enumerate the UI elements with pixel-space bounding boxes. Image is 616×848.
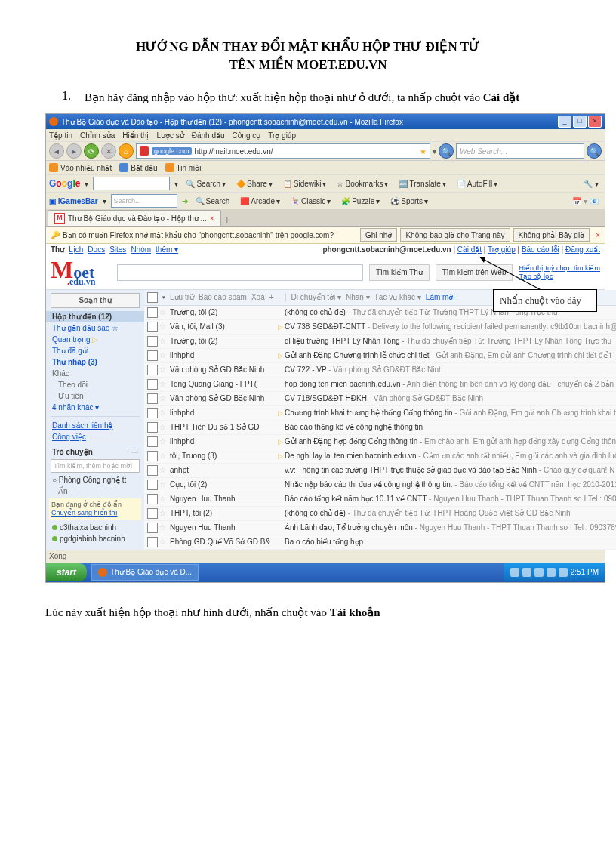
google-share-btn[interactable]: 🔶 Share ▾ — [233, 177, 276, 190]
row-checkbox[interactable] — [147, 336, 158, 347]
star-icon[interactable]: ☆ — [158, 509, 167, 517]
menu-item[interactable]: Trợ giúp — [268, 131, 296, 140]
row-checkbox[interactable] — [147, 408, 158, 418]
sidebar-priority[interactable]: Ưu tiên — [46, 390, 144, 402]
tray-icon[interactable] — [547, 568, 556, 577]
chat-hide[interactable]: Ẩn — [46, 486, 144, 497]
row-checkbox[interactable] — [147, 422, 158, 433]
go-button[interactable]: 🔍 — [439, 143, 454, 159]
menu-item[interactable]: Chỉnh sửa — [80, 131, 115, 140]
mail-row[interactable]: ☆Văn, tôi, Mail (3)▷CV 738 SGD&ĐT-CNTT -… — [144, 320, 616, 335]
sidebar-contacts[interactable]: Danh sách liên hệ — [46, 420, 144, 431]
compose-button[interactable]: Soạn thư — [51, 293, 140, 308]
star-icon[interactable]: ☆ — [158, 365, 167, 374]
create-filter[interactable]: Tạo bộ lọc — [519, 273, 553, 280]
mail-row[interactable]: ☆Tong Quang Giang - FPT(hop dong ten mie… — [144, 378, 616, 392]
mail-row[interactable]: ☆linhphd▷Chương trình khai trương hệ thố… — [144, 406, 616, 421]
chat-search-input[interactable]: Tìm kiếm, thêm hoặc mời — [51, 459, 140, 473]
star-icon[interactable]: ☆ — [158, 380, 167, 388]
menu-item[interactable]: Tệp tin — [49, 131, 72, 140]
bookmark-item[interactable]: Bắt đầu — [119, 163, 157, 172]
bookmark-item[interactable]: Tin mới — [165, 163, 202, 172]
google-settings-icon[interactable]: 🔧 ▾ — [581, 177, 602, 190]
menu-item[interactable]: Lược sử — [156, 131, 183, 140]
delete-button[interactable]: Xoá — [251, 293, 265, 301]
home-button[interactable]: ⌂ — [119, 143, 134, 159]
row-checkbox[interactable] — [147, 436, 158, 447]
reload-button[interactable]: ⟳ — [84, 143, 99, 159]
igames-puzzle[interactable]: 🧩 Puzzle ▾ — [338, 195, 383, 207]
more-actions-button[interactable]: Tác vụ khác ▾ — [374, 293, 421, 301]
sidebar-other[interactable]: Khác — [46, 368, 144, 379]
star-icon[interactable]: ☆ — [158, 423, 167, 431]
igames-right[interactable]: 📅 ▾ 📧 — [569, 195, 602, 207]
forward-button[interactable]: ► — [66, 143, 82, 159]
mail-row[interactable]: ☆Phòng GD Quế Võ Sở GD B&Ba o cáo biểu t… — [144, 535, 616, 550]
igames-sports[interactable]: ⚽ Sports ▾ — [387, 195, 431, 207]
labels-button[interactable]: Nhãn ▾ — [346, 293, 370, 301]
moveto-button[interactable]: Di chuyển tới ▾ — [291, 293, 341, 301]
star-icon[interactable]: ☆ — [158, 437, 167, 446]
star-icon[interactable]: ☆ — [158, 452, 167, 460]
sidebar-drafts[interactable]: Thư nháp (3) — [46, 356, 144, 368]
nav-more[interactable]: thêm ▾ — [156, 245, 178, 257]
row-checkbox[interactable] — [147, 523, 158, 533]
search-mail-button[interactable]: Tìm kiếm Thư — [369, 264, 430, 281]
star-icon[interactable]: ☆ — [158, 495, 167, 503]
select-all-checkbox[interactable] — [147, 292, 158, 303]
search-field[interactable]: Web Search... — [456, 143, 584, 159]
row-checkbox[interactable] — [147, 508, 158, 519]
sidebar-more-labels[interactable]: 4 nhãn khác ▾ — [46, 402, 144, 413]
google-autofill-btn[interactable]: 📄 AutoFill ▾ — [454, 177, 500, 190]
search-web-button[interactable]: Tìm kiếm trên Web — [436, 264, 513, 281]
infobar-close-icon[interactable]: × — [596, 231, 600, 239]
row-checkbox[interactable] — [147, 307, 158, 318]
star-icon[interactable]: ☆ — [158, 466, 167, 474]
signout-link[interactable]: Đăng xuất — [565, 245, 600, 254]
tray-icon[interactable] — [559, 568, 568, 577]
mail-row[interactable]: ☆Văn phòng Sở GD Bắc NinhCV 718/SGD&ĐT-H… — [144, 392, 616, 406]
row-checkbox[interactable] — [147, 393, 158, 404]
sidebar-follow[interactable]: Theo dõi — [46, 379, 144, 390]
search-go-button[interactable]: 🔍 — [587, 143, 602, 159]
nav-sites[interactable]: Sites — [109, 245, 126, 257]
star-icon[interactable]: ☆ — [158, 394, 167, 402]
nav-docs[interactable]: Docs — [88, 245, 105, 257]
bookmark-item[interactable]: Vào nhiều nhất — [49, 163, 112, 172]
row-checkbox[interactable] — [147, 379, 158, 390]
plusminus-button[interactable]: + – — [270, 293, 280, 301]
go-icon[interactable]: ➜ — [182, 197, 188, 205]
remember-button[interactable]: Ghi nhớ — [360, 228, 397, 242]
taskbar-item[interactable]: Thư Bộ Giáo dục và Đ... — [91, 564, 199, 581]
dropdown-icon[interactable]: ▾ — [433, 147, 436, 156]
minimize-button[interactable]: _ — [558, 116, 571, 128]
star-icon[interactable]: ★ — [420, 147, 427, 156]
report-link[interactable]: Báo cáo lỗi — [522, 245, 559, 254]
row-checkbox[interactable] — [147, 322, 158, 332]
mail-row[interactable]: ☆Trường, tôi (2)dl liệu trường THPT Lý N… — [144, 335, 616, 349]
star-icon[interactable]: ☆ — [158, 409, 167, 417]
google-sidewiki-btn[interactable]: 📋 Sidewiki ▾ — [280, 177, 330, 190]
chat-show-link[interactable]: Chuyển sang hiển thị — [51, 509, 118, 517]
tray-icon[interactable] — [534, 568, 544, 577]
chat-self[interactable]: ○ Phòng Công nghệ tt — [46, 474, 144, 486]
stop-button[interactable]: ✕ — [101, 143, 116, 159]
star-icon[interactable]: ☆ — [158, 523, 167, 532]
mail-row[interactable]: ☆THPT Tiên Du số 1 Sở GDBáo cáo thống kê… — [144, 421, 616, 435]
sidebar-important[interactable]: Quan trọng ▷ — [46, 334, 144, 345]
mail-row[interactable]: ☆Văn phòng Sở GD Bắc NinhCV 722 - VP - V… — [144, 363, 616, 378]
mail-row[interactable]: ☆THPT, tôi (2)(không có chủ đề) - Thư đã… — [144, 507, 616, 521]
help-link[interactable]: Trợ giúp — [488, 245, 516, 254]
mail-row[interactable]: ☆tôi, Truong (3)▷De nghi lay lai ten mie… — [144, 449, 616, 464]
sidebar-inbox[interactable]: Hộp thư đến (12) — [46, 311, 144, 322]
igames-search[interactable]: 🔍 Search — [192, 195, 233, 207]
start-button[interactable]: start — [46, 563, 87, 581]
mail-row[interactable]: ☆Cục, tôi (2)Nhắc nộp báo cáo thi đua về… — [144, 478, 616, 492]
mail-row[interactable]: ☆anhptv.v: Thông tin các trường THPT trự… — [144, 464, 616, 478]
chat-contact[interactable]: c3thaixa bacninh — [46, 522, 144, 533]
mail-row[interactable]: ☆Nguyen Huu ThanhBáo cáo tổng kết năm họ… — [144, 492, 616, 507]
row-checkbox[interactable] — [147, 494, 158, 504]
igames-classic[interactable]: 🃏 Classic ▾ — [288, 195, 334, 207]
star-icon[interactable]: ☆ — [158, 337, 167, 345]
google-translate-btn[interactable]: 🔤 Translate ▾ — [396, 177, 448, 190]
